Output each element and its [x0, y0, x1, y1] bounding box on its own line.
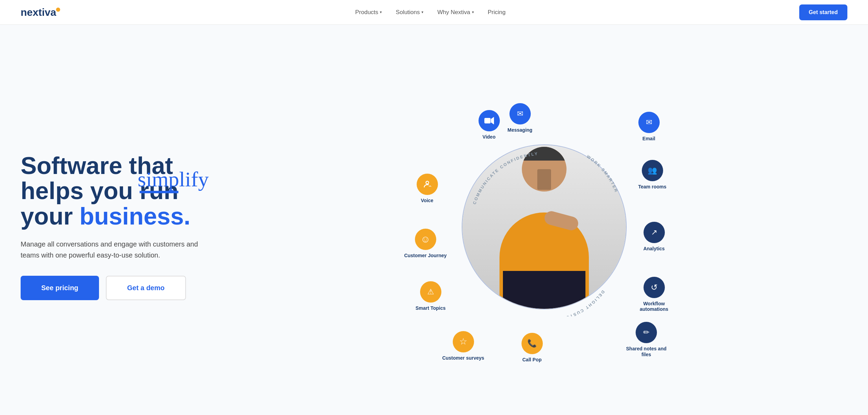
chevron-down-icon: ▾ — [421, 10, 424, 14]
feature-video: Video — [469, 110, 510, 140]
feature-shared-notes-label: Shared notes and files — [622, 346, 671, 358]
svg-rect-4 — [484, 118, 491, 123]
hero-right: COMMUNICATE CONFIDENTLY WORK SMARTER DEL… — [241, 107, 847, 347]
nav-links: Products ▾ Solutions ▾ Why Nextiva ▾ Pri… — [355, 9, 505, 16]
chevron-down-icon: ▾ — [472, 10, 474, 14]
messaging-icon: ✉ — [509, 103, 531, 124]
feature-customer-surveys: ☆ Customer surveys — [441, 331, 486, 361]
headline-simplify: simplify — [138, 168, 209, 190]
hero-subtext: Manage all conversations and engage with… — [21, 239, 206, 261]
diagram-circle — [462, 144, 627, 309]
email-icon: ✉ — [638, 112, 660, 133]
see-pricing-button[interactable]: See pricing — [21, 276, 99, 300]
hero-left: Software that helps you simplify run you… — [21, 153, 241, 301]
feature-messaging-label: Messaging — [507, 127, 532, 133]
nav-solutions[interactable]: Solutions ▾ — [396, 9, 424, 16]
feature-customer-journey: ☺ Customer Journey — [402, 229, 450, 259]
smart-topics-icon: ⚠ — [420, 281, 441, 303]
get-started-button[interactable]: Get started — [799, 4, 847, 20]
feature-analytics: ↗ Analytics — [634, 222, 675, 252]
customer-surveys-icon: ☆ — [453, 331, 474, 352]
feature-teamrooms: 👥 Team rooms — [630, 160, 675, 190]
teamrooms-icon: 👥 — [642, 160, 663, 181]
feature-smart-topics: ⚠ Smart Topics — [410, 281, 451, 311]
hero-headline: Software that helps you simplify run you… — [21, 153, 241, 229]
feature-shared-notes: ✏ Shared notes and files — [622, 322, 671, 358]
headline-your: your — [21, 203, 79, 230]
feature-call-pop-label: Call Pop — [522, 357, 541, 363]
video-icon — [479, 110, 500, 131]
feature-email: ✉ Email — [628, 112, 670, 142]
feature-workflow-label: Workflow automations — [630, 301, 678, 313]
feature-teamrooms-label: Team rooms — [638, 184, 666, 190]
svg-marker-5 — [491, 117, 494, 124]
nav-products[interactable]: Products ▾ — [355, 9, 382, 16]
diagram: COMMUNICATE CONFIDENTLY WORK SMARTER DEL… — [424, 107, 664, 347]
feature-voice: Voice — [407, 174, 448, 204]
feature-video-label: Video — [483, 134, 496, 140]
shared-notes-icon: ✏ — [636, 322, 657, 343]
svg-point-6 — [426, 181, 429, 184]
feature-call-pop: 📞 Call Pop — [512, 333, 553, 363]
feature-customer-surveys-label: Customer surveys — [442, 355, 484, 361]
logo[interactable]: nextiva — [21, 7, 62, 18]
feature-analytics-label: Analytics — [643, 246, 664, 252]
logo-dot — [56, 8, 60, 12]
chevron-down-icon: ▾ — [380, 10, 382, 14]
feature-smart-topics-label: Smart Topics — [416, 305, 446, 311]
analytics-icon: ↗ — [644, 222, 665, 243]
navigation: nextiva Products ▾ Solutions ▾ Why Nexti… — [0, 0, 868, 25]
headline-run-wrap: simplify run — [140, 178, 178, 204]
customer-journey-icon: ☺ — [415, 229, 436, 250]
headline-business: business. — [79, 203, 190, 230]
hero-buttons: See pricing Get a demo — [21, 276, 241, 300]
workflow-icon: ↺ — [644, 277, 665, 298]
call-pop-icon: 📞 — [521, 333, 543, 354]
nav-why-nextiva[interactable]: Why Nextiva ▾ — [437, 9, 474, 16]
logo-text: nextiva — [21, 7, 56, 18]
feature-voice-label: Voice — [421, 198, 433, 204]
hero-section: Software that helps you simplify run you… — [0, 25, 868, 415]
headline-helps: helps you — [21, 177, 140, 204]
get-demo-button[interactable]: Get a demo — [106, 276, 186, 300]
feature-customer-journey-label: Customer Journey — [404, 253, 447, 259]
voice-icon — [417, 174, 438, 195]
nav-pricing[interactable]: Pricing — [488, 9, 506, 16]
feature-email-label: Email — [642, 136, 655, 142]
feature-workflow: ↺ Workflow automations — [630, 277, 678, 313]
